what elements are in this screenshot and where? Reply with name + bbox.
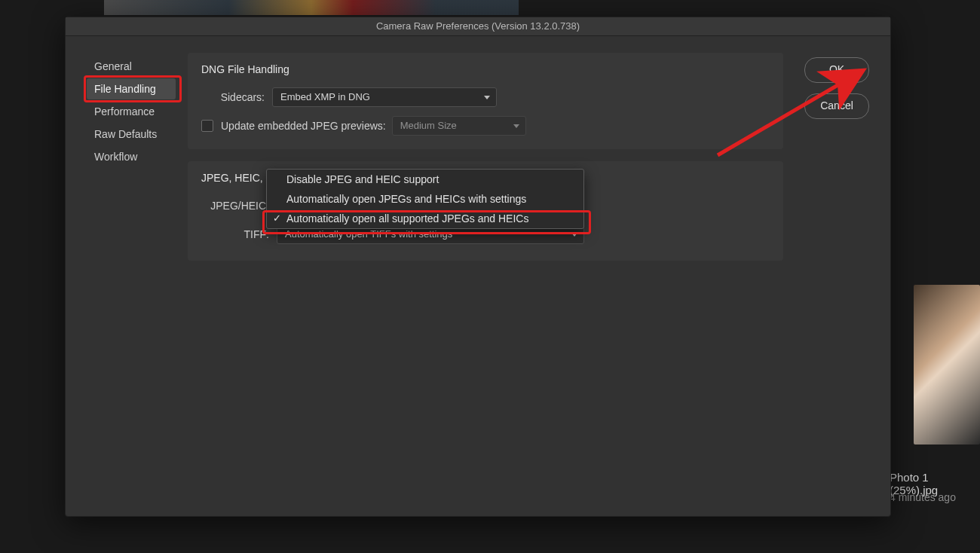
dropdown-option-all-supported[interactable]: Automatically open all supported JPEGs a… <box>267 209 583 228</box>
panel-dng-title: DNG File Handling <box>201 63 770 75</box>
dropdown-option-disable[interactable]: Disable JPEG and HEIC support <box>267 170 583 189</box>
update-previews-label: Update embedded JPEG previews: <box>221 120 386 132</box>
bg-file-time: 4 minutes ago <box>890 491 980 503</box>
sidebar-item-general[interactable]: General <box>87 56 176 77</box>
ok-button[interactable]: OK <box>804 57 869 83</box>
preferences-dialog: Camera Raw Preferences (Version 13.2.0.7… <box>65 17 891 517</box>
dialog-buttons: OK Cancel <box>804 57 868 130</box>
sidebar-item-workflow[interactable]: Workflow <box>87 146 176 167</box>
tiff-label: TIFF: <box>201 228 269 240</box>
content-area: DNG File Handling Sidecars: Embed XMP in… <box>188 53 783 273</box>
sidebar: General File Handling Performance Raw De… <box>87 56 176 169</box>
update-previews-checkbox[interactable] <box>201 120 213 132</box>
sidecars-label: Sidecars: <box>201 91 265 103</box>
update-previews-select[interactable]: Medium Size <box>392 116 526 136</box>
sidecars-select[interactable]: Embed XMP in DNG <box>272 87 497 107</box>
jpeg-heic-dropdown[interactable]: Disable JPEG and HEIC support Automatica… <box>266 169 584 229</box>
sidebar-item-performance[interactable]: Performance <box>87 101 176 122</box>
panel-dng: DNG File Handling Sidecars: Embed XMP in… <box>188 53 783 149</box>
bg-photo-thumb <box>914 285 980 445</box>
cancel-button[interactable]: Cancel <box>804 93 869 119</box>
jpeg-heic-label: JPEG/HEIC: <box>201 200 269 212</box>
sidebar-item-file-handling[interactable]: File Handling <box>87 78 176 99</box>
bg-photo-strip <box>104 0 519 15</box>
dialog-body: General File Handling Performance Raw De… <box>66 36 890 516</box>
sidebar-item-raw-defaults[interactable]: Raw Defaults <box>87 124 176 145</box>
dialog-title: Camera Raw Preferences (Version 13.2.0.7… <box>66 17 890 36</box>
dropdown-option-with-settings[interactable]: Automatically open JPEGs and HEICs with … <box>267 189 583 209</box>
